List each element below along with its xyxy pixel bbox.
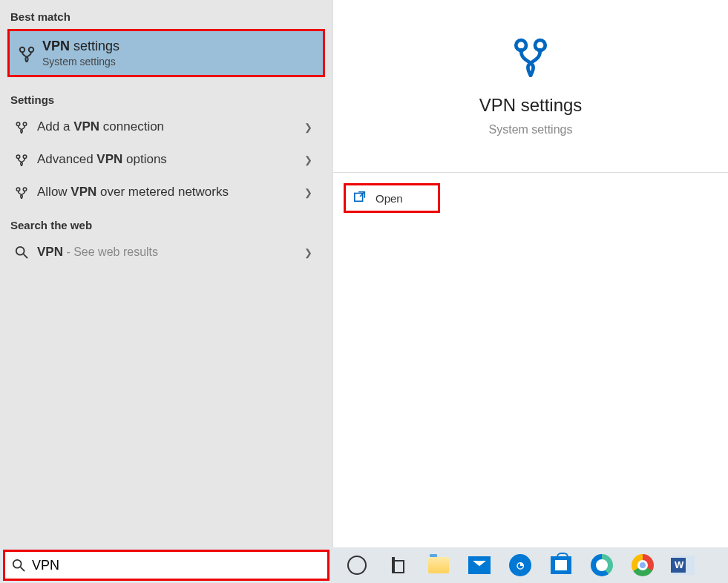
- web-result-vpn[interactable]: VPN - See web results ❯: [0, 236, 332, 269]
- detail-title: VPN settings: [333, 95, 728, 116]
- svg-point-7: [23, 188, 27, 191]
- edge-icon[interactable]: [589, 553, 614, 578]
- dell-icon[interactable]: ◔: [508, 553, 533, 578]
- web-header: Search the web: [0, 208, 332, 236]
- search-icon: [10, 246, 33, 259]
- results-column: Best match VPN settings System settings …: [0, 0, 332, 547]
- search-input[interactable]: [32, 556, 327, 575]
- best-match-header: Best match: [0, 0, 332, 27]
- vpn-icon: [10, 185, 33, 199]
- taskbar-search[interactable]: [3, 550, 329, 581]
- open-icon: [353, 190, 367, 206]
- cortana-icon[interactable]: [344, 553, 370, 578]
- svg-point-2: [16, 122, 20, 126]
- svg-point-1: [29, 47, 33, 51]
- settings-item-advanced-vpn[interactable]: Advanced VPN options ❯: [0, 143, 332, 176]
- chrome-icon[interactable]: [630, 553, 655, 578]
- settings-header: Settings: [0, 83, 332, 111]
- best-match-vpn-settings[interactable]: VPN settings System settings: [7, 29, 325, 77]
- best-match-title: VPN settings: [42, 39, 317, 54]
- taskbar: ◔ W: [0, 547, 728, 583]
- search-icon: [5, 559, 32, 572]
- settings-item-allow-vpn-metered[interactable]: Allow VPN over metered networks ❯: [0, 176, 332, 208]
- vpn-icon: [10, 120, 33, 134]
- vpn-icon: [16, 45, 38, 62]
- best-match-text: VPN settings System settings: [38, 39, 317, 67]
- open-label: Open: [376, 192, 403, 205]
- settings-item-label: Allow VPN over metered networks: [33, 185, 304, 200]
- store-icon[interactable]: [548, 553, 574, 578]
- detail-subtitle: System settings: [333, 123, 728, 136]
- vpn-icon: [10, 153, 33, 166]
- settings-item-label: Advanced VPN options: [33, 152, 304, 167]
- chevron-right-icon: ❯: [304, 122, 322, 133]
- search-panel: Best match VPN settings System settings …: [0, 0, 728, 547]
- svg-point-8: [16, 247, 24, 255]
- svg-point-6: [16, 188, 20, 191]
- svg-line-14: [21, 567, 24, 571]
- svg-point-0: [20, 47, 24, 51]
- mail-icon[interactable]: [467, 553, 492, 578]
- chevron-right-icon: ❯: [304, 187, 322, 198]
- svg-point-3: [23, 122, 27, 126]
- svg-point-13: [13, 560, 22, 568]
- detail-header: VPN settings System settings: [333, 0, 728, 173]
- taskbar-icons: ◔ W: [344, 553, 696, 578]
- svg-point-4: [16, 155, 20, 159]
- chevron-right-icon: ❯: [304, 154, 322, 165]
- file-explorer-icon[interactable]: [426, 553, 451, 578]
- settings-item-add-vpn[interactable]: Add a VPN connection ❯: [0, 111, 332, 143]
- word-icon[interactable]: W: [671, 553, 696, 578]
- settings-item-label: Add a VPN connection: [33, 119, 304, 134]
- task-view-icon[interactable]: [385, 553, 410, 578]
- vpn-icon: [508, 36, 553, 80]
- web-result-label: VPN - See web results: [33, 245, 304, 260]
- detail-column: VPN settings System settings Open: [332, 0, 728, 547]
- open-button[interactable]: Open: [344, 183, 440, 213]
- svg-point-5: [23, 155, 27, 159]
- chevron-right-icon: ❯: [304, 247, 322, 258]
- best-match-subtitle: System settings: [42, 56, 317, 67]
- svg-line-9: [24, 254, 27, 258]
